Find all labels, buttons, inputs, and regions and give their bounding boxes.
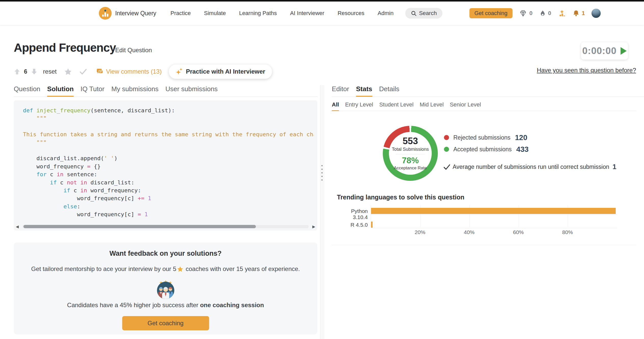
sparkles-icon	[176, 68, 183, 75]
solution-code-panel: def inject_frequency(sentence, discard_l…	[14, 100, 317, 230]
trending-languages-chart: 20%40%60%80%Python 3.10.4R 4.5.0	[337, 205, 619, 236]
legend-row-accepted-submissions: Accepted submissions433	[444, 145, 529, 153]
nav-item-practice[interactable]: Practice	[170, 10, 191, 17]
editor-tabs: EditorStatsDetails	[332, 85, 644, 97]
downvote-icon[interactable]	[31, 68, 37, 75]
bar-row-r-4-5-0	[371, 222, 617, 228]
search-icon	[411, 10, 417, 16]
total-submissions-value: 553	[403, 136, 418, 146]
edit-question-link[interactable]: Edit Question	[115, 47, 152, 54]
tab-all[interactable]: All	[332, 101, 339, 111]
code-line: def inject_frequency(sentence, discard_l…	[23, 106, 314, 114]
x-tick-label: 60%	[507, 229, 530, 235]
code-line	[23, 146, 314, 154]
tab-question[interactable]: Question	[14, 85, 40, 97]
legend-label: Rejected submissions	[453, 134, 510, 141]
legend-row-rejected-submissions: Rejected submissions120	[444, 133, 529, 142]
tab-iq-tutor[interactable]: IQ Tutor	[81, 85, 104, 97]
legend-dot-icon	[444, 147, 449, 152]
level-tabs: AllEntry LevelStudent LevelMid LevelSeni…	[332, 101, 636, 111]
total-submissions-label: Total Submissions	[392, 147, 429, 152]
tab-my-submissions[interactable]: My submissions	[111, 85, 159, 97]
code-line: This function takes a string and returns…	[23, 130, 314, 138]
feedback-stat-prefix: Candidates have a 45% higher job success…	[67, 302, 200, 308]
practice-ai-label: Practice with AI Interviewer	[186, 68, 265, 75]
timer-play-icon[interactable]	[621, 47, 627, 55]
code-line: discard_list.append(' ')	[23, 154, 314, 162]
vote-count: 6	[24, 68, 27, 75]
tab-student-level[interactable]: Student Level	[379, 101, 414, 111]
donut-legend: Rejected submissions120Accepted submissi…	[444, 133, 529, 153]
tab-user-submissions[interactable]: User submissions	[165, 85, 218, 97]
seen-before-link[interactable]: Have you seen this question before?	[537, 67, 636, 74]
code-line: word_frequency = {}	[23, 162, 314, 170]
get-coaching-button[interactable]: Get coaching	[122, 316, 209, 330]
search-label: Search	[419, 10, 437, 17]
nav-inner: Interview Query PracticeSimulateLearning…	[99, 2, 601, 25]
reset-link[interactable]: reset	[43, 68, 57, 75]
tab-stats[interactable]: Stats	[356, 85, 372, 97]
nav-item-ai-interviewer[interactable]: AI Interviewer	[290, 10, 324, 17]
page-title: Append Frequency	[14, 41, 116, 55]
feedback-body-suffix: coaches with over 15 years of experience…	[184, 265, 300, 272]
nav-item-simulate[interactable]: Simulate	[204, 10, 226, 17]
bell-icon	[573, 10, 580, 17]
interview-query-logo-icon[interactable]	[99, 7, 112, 20]
timer-card[interactable]: 0:00:00	[581, 42, 628, 60]
streak-counter[interactable]: 0	[539, 10, 551, 17]
flame-icon	[539, 10, 546, 17]
solved-check-icon[interactable]	[80, 69, 87, 75]
nav-item-resources[interactable]: Resources	[338, 10, 364, 17]
tab-editor[interactable]: Editor	[332, 85, 349, 97]
donut-center: 553 Total Submissions 78% Acceptance Rat…	[389, 132, 432, 175]
nav-item-admin[interactable]: Admin	[378, 10, 393, 17]
drag-dots-icon	[321, 165, 323, 181]
code-horizontal-scrollbar[interactable]: ◀ ▶	[16, 224, 315, 229]
nav-menu: PracticeSimulateLearning PathsAI Intervi…	[170, 10, 393, 17]
question-tabs: QuestionSolutionIQ TutorMy submissionsUs…	[14, 85, 317, 97]
comments-icon	[96, 68, 103, 75]
notification-count: 1	[582, 10, 585, 17]
leaderboard-icon[interactable]	[558, 9, 566, 17]
diamond-counter[interactable]: 0	[519, 10, 532, 17]
favorite-star-icon[interactable]	[64, 68, 72, 75]
legend-value: 120	[515, 133, 527, 142]
practice-ai-interviewer-button[interactable]: Practice with AI Interviewer	[169, 64, 272, 79]
upvote-icon[interactable]	[14, 68, 20, 75]
nav-right: Get coaching 0	[469, 8, 601, 18]
nav-item-learning-paths[interactable]: Learning Paths	[239, 10, 277, 17]
tab-details[interactable]: Details	[379, 85, 399, 97]
diamond-count: 0	[529, 10, 532, 17]
scroll-right-icon[interactable]: ▶	[312, 225, 315, 228]
checkmark-icon	[443, 164, 450, 170]
search-button[interactable]: Search	[405, 8, 442, 19]
stats-section-divider	[332, 245, 636, 245]
bar-row-python-3-10-4	[371, 208, 617, 214]
submissions-donut: 553 Total Submissions 78% Acceptance Rat…	[383, 126, 438, 181]
tab-senior-level[interactable]: Senior Level	[450, 101, 481, 111]
code-line: if c in word_frequency:	[23, 186, 314, 194]
tab-entry-level[interactable]: Entry Level	[345, 101, 373, 111]
scroll-left-icon[interactable]: ◀	[16, 225, 19, 228]
view-comments-link[interactable]: View comments (13)	[96, 68, 162, 75]
tab-mid-level[interactable]: Mid Level	[420, 101, 444, 111]
legend-label: Accepted submissions	[453, 146, 512, 153]
bar-label-r-4-5-0: R 4.5.0	[337, 222, 368, 228]
notifications-counter[interactable]: 1	[573, 10, 585, 17]
gold-star-icon	[176, 265, 184, 272]
code-block[interactable]: def inject_frequency(sentence, discard_l…	[23, 106, 314, 223]
legend-dot-icon	[444, 135, 449, 140]
code-line	[23, 123, 314, 130]
scrollbar-thumb[interactable]	[23, 225, 256, 228]
bar-r-4-5-0	[371, 222, 373, 228]
tab-solution[interactable]: Solution	[47, 85, 74, 97]
x-tick-label: 20%	[409, 229, 431, 235]
legend-value: 433	[516, 145, 529, 154]
pane-resize-handle[interactable]	[320, 85, 324, 339]
brand-name[interactable]: Interview Query	[115, 10, 156, 17]
user-avatar[interactable]	[592, 9, 601, 18]
get-coaching-nav-button[interactable]: Get coaching	[469, 8, 513, 18]
average-note-value: 1	[612, 163, 616, 171]
code-line: if c not in discard_list:	[23, 179, 314, 186]
code-line: word_frequency[c] += 1	[23, 194, 314, 202]
